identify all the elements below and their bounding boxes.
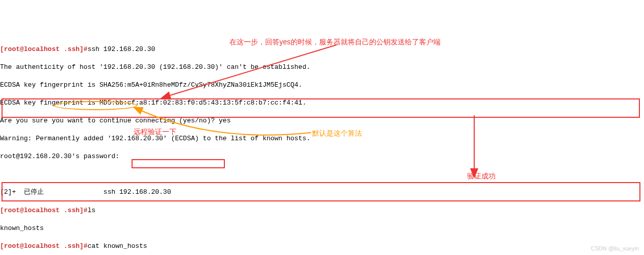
output-line: ECDSA key fingerprint is SHA256:m5A+0iRn… bbox=[0, 81, 644, 90]
prompt: [root@localhost .ssh]# bbox=[0, 45, 88, 53]
output-line: Are you sure you want to continue connec… bbox=[0, 116, 644, 125]
output-line: root@192.168.20.30's password: bbox=[0, 152, 644, 161]
watermark: CSDN @liu_xueyin bbox=[591, 245, 639, 252]
prompt: [root@localhost .ssh]# bbox=[0, 242, 88, 250]
command: cat known_hosts bbox=[88, 242, 147, 250]
output-line bbox=[0, 170, 644, 179]
annotation-success-note: 验证成功 bbox=[467, 171, 496, 181]
command: ssh 192.168.20.30 bbox=[88, 45, 156, 53]
output-line: known_hosts bbox=[0, 224, 644, 233]
command: ls bbox=[88, 207, 96, 214]
output-line: The authenticity of host '192.168.20.30 … bbox=[0, 63, 644, 72]
output-line: [2]+ 已停止 ssh 192.168.20.30 bbox=[0, 188, 644, 197]
terminal-content: [root@localhost .ssh]#ssh 192.168.20.30 … bbox=[0, 36, 644, 255]
annotation-algorithm-note: 默认是这个算法 bbox=[312, 129, 362, 138]
prompt: [root@localhost .ssh]# bbox=[0, 207, 88, 214]
output-line: ECDSA key fingerprint is MD5:bb:cf:a8:1f… bbox=[0, 98, 644, 108]
annotation-verify-note: 远程验证一下 bbox=[134, 127, 176, 137]
annotation-pubkey-note: 在这一步，回答yes的时候，服务器就将自己的公钥发送给了客户端 bbox=[229, 37, 441, 47]
